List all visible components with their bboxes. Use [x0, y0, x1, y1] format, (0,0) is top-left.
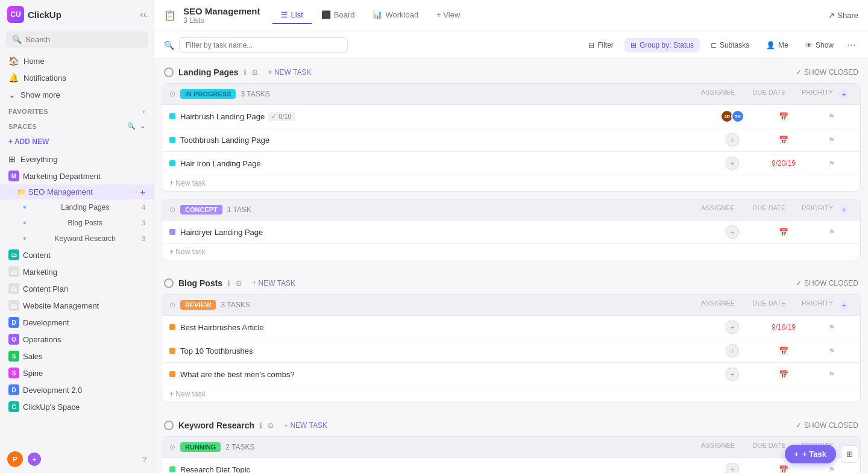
filter-input-container[interactable] — [179, 37, 348, 53]
grid-toggle-button[interactable]: ⊞ — [841, 445, 858, 463]
blog-settings-icon[interactable]: ⚙ — [235, 279, 242, 288]
sidebar-item-marketing[interactable]: M Marketing Department — [0, 168, 154, 184]
task-name: Hair Iron Landing Page — [180, 159, 708, 168]
landing-pages-count: 4 — [142, 204, 145, 211]
col-add[interactable]: + — [838, 299, 853, 310]
col-add[interactable]: + — [838, 204, 853, 215]
sidebar-item-dev2[interactable]: D Development 2.0 — [0, 381, 154, 398]
assign-icon[interactable]: + — [726, 344, 739, 357]
sidebar-item-content-plan[interactable]: 🗂 Content Plan — [0, 280, 154, 297]
more-options-button[interactable]: ··· — [844, 36, 858, 54]
landing-info-icon[interactable]: ℹ — [244, 68, 247, 77]
search-input[interactable] — [25, 35, 142, 44]
calendar-icon: 📅 — [779, 136, 788, 145]
keyword-info-icon[interactable]: ℹ — [259, 421, 262, 430]
task-row[interactable]: Hairbrush Landing Page ✓ 0/10 JD TK 📅 ⚑ — [162, 105, 860, 128]
sidebar-search-container[interactable]: 🔍 — [6, 31, 148, 48]
tab-board[interactable]: ⬛ Board — [313, 7, 363, 24]
task-status-dot — [169, 137, 175, 143]
landing-new-task-button[interactable]: + NEW TASK — [263, 66, 316, 78]
task-group-running: ⊙ RUNNING 2 TASKS ASSIGNEE DUE DATE PRIO… — [162, 436, 861, 473]
blog-new-task-button[interactable]: + NEW TASK — [247, 277, 300, 289]
share-button[interactable]: ↗ Share — [828, 11, 858, 20]
sidebar-subitem-landing-pages[interactable]: • Landing Pages 4 — [0, 199, 154, 215]
collapse-arrow[interactable]: ⊙ — [169, 90, 175, 98]
subtasks-button[interactable]: ⊏ Subtasks — [705, 38, 755, 52]
task-row[interactable]: Research Diet Topic + 📅 ⚑ — [162, 458, 860, 473]
filter-input[interactable] — [186, 41, 341, 49]
new-task-fab-button[interactable]: + + Task — [785, 445, 836, 463]
collapse-arrow[interactable]: ⊙ — [169, 443, 175, 451]
tab-list[interactable]: ☰ List — [272, 7, 312, 24]
assign-icon[interactable]: + — [726, 463, 739, 473]
sidebar-item-website[interactable]: 🗂 Website Management — [0, 297, 154, 314]
task-row[interactable]: Hair Iron Landing Page + 9/20/19 ⚑ — [162, 152, 860, 175]
section-collapse-icon[interactable] — [164, 421, 174, 430]
keyword-new-task-button[interactable]: + NEW TASK — [279, 419, 332, 431]
add-task-row[interactable]: + New task — [162, 175, 860, 191]
section-collapse-icon[interactable] — [164, 67, 174, 77]
flag-icon: ⚑ — [828, 159, 835, 168]
sidebar-subitem-keyword-research[interactable]: • Keyword Research 3 — [0, 231, 154, 246]
dev-badge: D — [8, 317, 19, 328]
sidebar-item-home[interactable]: 🏠 Home — [0, 52, 154, 69]
task-status-dot — [169, 229, 175, 235]
col-add[interactable]: + — [838, 89, 853, 99]
sidebar-item-operations[interactable]: O Operations — [0, 331, 154, 348]
spaces-search-icon[interactable]: 🔍 — [127, 122, 136, 130]
sidebar-item-notifications[interactable]: 🔔 Notifications — [0, 69, 154, 86]
sidebar-item-marketing-space[interactable]: 🗂 Marketing — [0, 263, 154, 280]
assign-icon[interactable]: + — [726, 133, 739, 146]
assign-icon[interactable]: + — [726, 157, 739, 170]
sidebar: CU ClickUp ‹‹ 🔍 🏠 Home 🔔 Notifications ⌄… — [0, 0, 154, 473]
sidebar-collapse-button[interactable]: ‹‹ — [140, 9, 146, 20]
home-label: Home — [24, 57, 45, 66]
person-icon: 👤 — [766, 41, 775, 49]
help-icon[interactable]: ? — [142, 455, 146, 464]
blog-show-closed[interactable]: ✓ SHOW CLOSED — [796, 279, 858, 287]
blog-info-icon[interactable]: ℹ — [227, 279, 230, 288]
landing-settings-icon[interactable]: ⚙ — [251, 68, 259, 77]
task-row[interactable]: Top 10 Toothbrushes + 📅 ⚑ — [162, 339, 860, 363]
concept-badge: CONCEPT — [180, 205, 222, 215]
spaces-expand-icon[interactable]: ⌄ — [140, 122, 146, 130]
assign-icon[interactable]: + — [726, 368, 739, 381]
task-row[interactable]: Hairdryer Landing Page + 📅 ⚑ — [162, 221, 860, 244]
task-row[interactable]: Toothbrush Landing Page + 📅 ⚑ — [162, 128, 860, 152]
tab-add-view[interactable]: + View — [428, 7, 468, 24]
group-by-button[interactable]: ⊞ Group by: Status — [624, 38, 700, 52]
task-row[interactable]: What are the best men's combs? + 📅 ⚑ — [162, 363, 860, 386]
collapse-arrow[interactable]: ⊙ — [169, 205, 175, 214]
sidebar-item-content[interactable]: 🗂 Content — [0, 246, 154, 263]
plus-icon: + — [794, 450, 799, 459]
tab-workload[interactable]: 📊 Workload — [364, 7, 427, 24]
add-task-row[interactable]: + New task — [162, 386, 860, 402]
due-date-col-label: DUE DATE — [742, 89, 796, 99]
sidebar-item-sales[interactable]: S Sales — [0, 348, 154, 365]
show-button[interactable]: 👁 Show — [799, 38, 840, 52]
sidebar-item-seo-management[interactable]: 📁 SEO Management ··· + — [0, 184, 154, 199]
add-task-row[interactable]: + New task — [162, 244, 860, 260]
collapse-arrow[interactable]: ⊙ — [169, 301, 175, 309]
seo-add-icon[interactable]: + — [140, 187, 145, 197]
seo-more-icon[interactable]: ··· — [131, 187, 137, 197]
marketing-space-badge: 🗂 — [8, 266, 19, 277]
sidebar-subitem-blog-posts[interactable]: • Blog Posts 3 — [0, 215, 154, 231]
sidebar-item-clickup[interactable]: C ClickUp's Space — [0, 398, 154, 415]
assign-icon[interactable]: + — [726, 321, 739, 334]
me-button[interactable]: 👤 Me — [760, 38, 794, 52]
section-collapse-icon[interactable] — [164, 278, 174, 288]
sidebar-item-development[interactable]: D Development — [0, 314, 154, 331]
keyword-settings-icon[interactable]: ⚙ — [267, 421, 274, 430]
task-row[interactable]: Best Hairbrushes Article + 9/16/19 ⚑ — [162, 316, 860, 339]
task-name-text: Hair Iron Landing Page — [180, 159, 261, 168]
add-new-button[interactable]: + ADD NEW — [8, 135, 145, 148]
sidebar-item-spine[interactable]: S Spine — [0, 365, 154, 381]
favorites-expand-icon[interactable]: › — [143, 108, 145, 115]
filter-button[interactable]: ⊟ Filter — [582, 38, 620, 52]
sidebar-item-show-more[interactable]: ⌄ Show more — [0, 86, 154, 103]
assign-icon[interactable]: + — [726, 225, 739, 239]
keyword-show-closed[interactable]: ✓ SHOW CLOSED — [796, 421, 858, 430]
landing-show-closed[interactable]: ✓ SHOW CLOSED — [796, 68, 858, 77]
sidebar-item-everything[interactable]: ⊞ Everything — [0, 151, 154, 168]
